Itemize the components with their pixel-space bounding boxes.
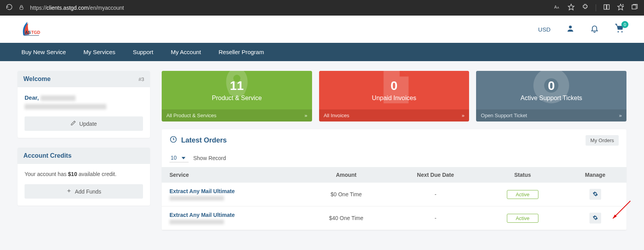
url-domain: clients.astgd.com [46, 5, 88, 11]
tile-invoices-count: 0 [323, 79, 466, 93]
collections-icon[interactable] [631, 4, 638, 12]
user-address-redacted [25, 104, 106, 109]
greeting: Dear, [25, 94, 143, 101]
table-row: Extract Any Mail Ultimate $40 One Time -… [162, 206, 626, 230]
svg-point-15 [621, 31, 623, 32]
order-amount: $40 One Time [303, 206, 390, 230]
svg-rect-9 [632, 5, 636, 9]
update-profile-button[interactable]: Update [25, 116, 143, 131]
address-bar[interactable]: https://clients.astgd.com/en/myaccount [30, 5, 548, 11]
lock-icon [19, 5, 24, 11]
url-scheme: https:// [30, 5, 46, 11]
service-detail-redacted [169, 220, 224, 224]
records-per-page-select[interactable]: 10 [169, 153, 189, 162]
orders-table: Service Amount Next Due Date Status Mana… [162, 167, 626, 230]
nav-my-account[interactable]: My Account [171, 49, 201, 55]
col-due[interactable]: Next Due Date [390, 167, 481, 183]
logo[interactable]: AS TGD [19, 20, 43, 39]
svg-rect-4 [604, 5, 606, 9]
account-credits-panel: Account Credits Your account has $10 ava… [18, 148, 150, 206]
svg-point-14 [618, 31, 619, 32]
tile-tickets-count: 0 [480, 79, 623, 93]
greeting-prefix: Dear, [25, 94, 41, 101]
chevron-right-icon: » [304, 113, 307, 118]
pencil-icon [71, 120, 76, 127]
gear-icon [593, 191, 598, 198]
my-orders-button[interactable]: My Orders [586, 135, 619, 146]
main-nav: Buy New Service My Services Support My A… [0, 43, 644, 61]
tile-invoices-label: Unpaid Invoices [323, 95, 466, 102]
manage-order-button[interactable] [589, 189, 601, 200]
order-amount: $0 One Time [303, 183, 390, 206]
service-name[interactable]: Extract Any Mail Ultimate [169, 212, 295, 218]
service-detail-redacted [169, 196, 224, 201]
service-name[interactable]: Extract Any Mail Ultimate [169, 188, 295, 194]
credits-title: Account Credits [23, 152, 72, 159]
show-record-label: Show Record [193, 155, 226, 161]
star-icon[interactable] [568, 4, 575, 12]
add-funds-label: Add Funds [75, 188, 101, 195]
welcome-tab-id: #3 [139, 76, 144, 82]
nav-reseller-program[interactable]: Reseller Program [219, 49, 264, 55]
nav-my-services[interactable]: My Services [83, 49, 115, 55]
svg-text:A: A [557, 6, 559, 9]
latest-orders-panel: Latest Orders My Orders 10 Show Record S… [162, 129, 626, 230]
credit-amount: $10 [68, 171, 77, 177]
svg-text:AS: AS [25, 30, 31, 35]
svg-text:TGD: TGD [31, 30, 40, 35]
chevron-right-icon: » [619, 113, 622, 118]
tile-products[interactable]: 11 Product & Service All Product & Servi… [162, 71, 312, 121]
tile-tickets[interactable]: 0 Active Support Tickets Open Support Ti… [476, 71, 626, 121]
bell-icon[interactable] [590, 24, 599, 34]
tile-products-foot: All Product & Services [166, 113, 217, 118]
top-header: AS TGD USD 0 [0, 16, 644, 43]
credit-text-post: available credit. [77, 171, 116, 177]
clock-icon [169, 136, 177, 145]
table-row: Extract Any Mail Ultimate $0 One Time - … [162, 183, 626, 206]
favorites-icon[interactable] [617, 4, 624, 12]
credit-balance-text: Your account has $10 available credit. [25, 171, 143, 177]
split-icon[interactable] [603, 4, 610, 12]
svg-marker-3 [568, 4, 574, 10]
plus-icon [66, 188, 72, 195]
browser-chrome: https://clients.astgd.com/en/myaccount A… [0, 0, 644, 16]
nav-buy-new-service[interactable]: Buy New Service [21, 49, 66, 55]
manage-order-button[interactable] [589, 213, 601, 224]
tile-tickets-foot: Open Support Ticket [481, 113, 527, 118]
gear-icon [593, 215, 598, 222]
svg-rect-0 [20, 7, 23, 9]
cart-icon[interactable]: 0 [614, 23, 625, 35]
nav-support[interactable]: Support [133, 49, 154, 55]
tile-invoices-foot: All Invoices [324, 113, 349, 118]
status-badge: Active [507, 190, 538, 199]
url-path: /en/myaccount [88, 5, 124, 11]
svg-rect-5 [607, 5, 609, 9]
col-manage[interactable]: Manage [564, 167, 626, 183]
latest-orders-title: Latest Orders [181, 136, 227, 144]
extension-icon[interactable] [582, 4, 589, 12]
welcome-title: Welcome [23, 76, 51, 83]
add-funds-button[interactable]: Add Funds [25, 184, 143, 199]
tile-tickets-label: Active Support Tickets [480, 95, 623, 102]
col-status[interactable]: Status [482, 167, 564, 183]
welcome-panel: Welcome #3 Dear, Update [18, 71, 150, 138]
svg-text:A: A [554, 5, 557, 9]
cart-count-badge: 0 [621, 21, 628, 28]
reload-icon[interactable] [6, 4, 13, 12]
col-service[interactable]: Service [162, 167, 303, 183]
tile-invoices[interactable]: 0 Unpaid Invoices All Invoices » [319, 71, 469, 121]
update-button-label: Update [79, 121, 97, 127]
order-due: - [390, 183, 481, 206]
browser-separator [596, 4, 596, 11]
tile-products-count: 11 [166, 79, 308, 93]
user-icon[interactable] [566, 24, 575, 34]
col-amount[interactable]: Amount [303, 167, 390, 183]
user-name-redacted [41, 95, 76, 101]
text-size-icon[interactable]: AA [554, 4, 561, 12]
chevron-right-icon: » [462, 113, 464, 118]
svg-point-13 [569, 26, 572, 28]
order-due: - [390, 206, 481, 230]
status-badge: Active [507, 214, 538, 223]
currency-selector[interactable]: USD [538, 26, 550, 33]
credit-text-pre: Your account has [25, 171, 68, 177]
